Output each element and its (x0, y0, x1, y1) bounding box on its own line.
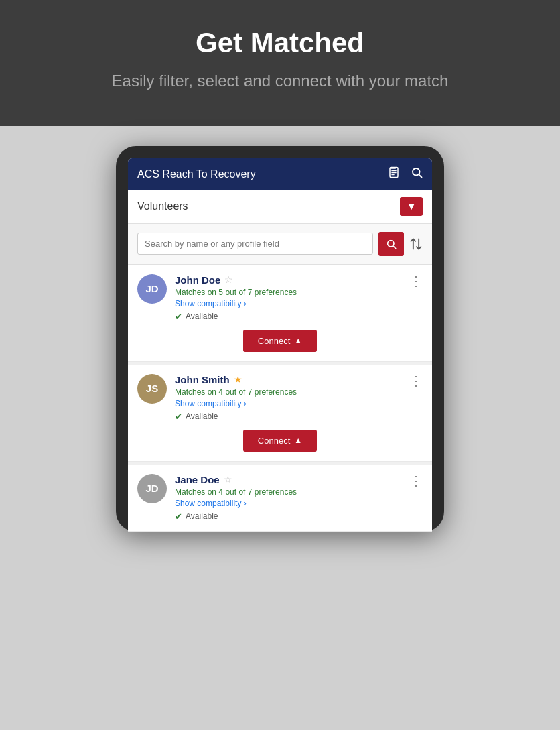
connect-arrow-icon: ▲ (294, 336, 302, 345)
device-wrapper: ACS Reach To Recovery (0, 126, 560, 532)
available-icon: ✔ (175, 412, 182, 422)
hero-section: Get Matched Easily filter, select and co… (0, 0, 560, 126)
available-text: Available (186, 312, 218, 321)
volunteer-card: JD John Doe ☆ Matches on 5 out of 7 pref… (128, 265, 432, 362)
sort-icon (409, 237, 423, 251)
available-icon: ✔ (175, 312, 182, 322)
card-info: John Smith ★ Matches on 4 out of 7 prefe… (175, 374, 297, 422)
avatar: JD (137, 474, 167, 503)
star-icon[interactable]: ☆ (224, 474, 232, 485)
connect-row: Connect ▲ (137, 422, 423, 461)
star-icon[interactable]: ☆ (224, 274, 233, 285)
volunteer-card: JS John Smith ★ Matches on 4 out of 7 pr… (128, 365, 432, 462)
volunteers-bar: Volunteers ▼ (128, 190, 432, 224)
matches-text: Matches on 4 out of 7 preferences (175, 487, 297, 497)
card-left: JD John Doe ☆ Matches on 5 out of 7 pref… (137, 274, 297, 322)
volunteer-name: John Doe (175, 274, 220, 286)
app-bar: ACS Reach To Recovery (128, 158, 432, 190)
svg-rect-2 (391, 170, 397, 171)
volunteer-name: Jane Doe (175, 474, 220, 485)
matches-text: Matches on 4 out of 7 preferences (175, 387, 297, 397)
available-text: Available (186, 412, 218, 421)
device-frame: ACS Reach To Recovery (116, 146, 444, 532)
sort-button[interactable] (409, 237, 423, 251)
search-button-icon (386, 239, 397, 249)
connect-arrow-icon: ▲ (294, 436, 302, 445)
matches-text: Matches on 5 out of 7 preferences (175, 288, 297, 297)
connect-button[interactable]: Connect ▲ (243, 330, 317, 352)
available-icon: ✔ (175, 511, 182, 522)
svg-rect-3 (391, 172, 397, 173)
card-info: Jane Doe ☆ Matches on 4 out of 7 prefere… (175, 474, 297, 522)
card-left: JD Jane Doe ☆ Matches on 4 out of 7 pref… (137, 474, 297, 522)
star-icon[interactable]: ★ (234, 374, 242, 385)
volunteer-card: JD Jane Doe ☆ Matches on 4 out of 7 pref… (128, 465, 432, 532)
card-top: JD Jane Doe ☆ Matches on 4 out of 7 pref… (137, 474, 423, 522)
connect-button[interactable]: Connect ▲ (243, 430, 317, 452)
app-bar-icons (388, 166, 423, 182)
more-options-icon[interactable]: ⋮ (409, 274, 423, 288)
svg-line-8 (393, 246, 396, 249)
available-text: Available (186, 511, 218, 521)
filter-dropdown-button[interactable]: ▼ (400, 197, 423, 216)
connect-row: Connect ▲ (137, 322, 423, 361)
volunteer-name: John Smith (175, 374, 230, 385)
card-top: JS John Smith ★ Matches on 4 out of 7 pr… (137, 374, 423, 422)
hero-title: Get Matched (13, 27, 547, 59)
app-screen: ACS Reach To Recovery (128, 158, 432, 532)
compatibility-link[interactable]: Show compatibility › (175, 299, 297, 308)
name-row: John Smith ★ (175, 374, 297, 385)
svg-rect-4 (391, 174, 395, 175)
search-button[interactable] (378, 232, 404, 256)
search-icon[interactable] (411, 166, 423, 182)
name-row: John Doe ☆ (175, 274, 297, 286)
volunteers-label: Volunteers (137, 200, 188, 212)
compatibility-link[interactable]: Show compatibility › (175, 499, 297, 508)
search-bar (128, 224, 432, 265)
card-info: John Doe ☆ Matches on 5 out of 7 prefere… (175, 274, 297, 322)
svg-line-6 (419, 174, 421, 177)
avatar: JS (137, 374, 167, 404)
card-left: JS John Smith ★ Matches on 4 out of 7 pr… (137, 374, 297, 422)
available-row: ✔ Available (175, 511, 297, 522)
more-options-icon[interactable]: ⋮ (409, 474, 423, 487)
app-bar-title: ACS Reach To Recovery (137, 168, 256, 180)
name-row: Jane Doe ☆ (175, 474, 297, 485)
document-icon[interactable] (388, 166, 400, 182)
available-row: ✔ Available (175, 312, 297, 322)
card-top: JD John Doe ☆ Matches on 5 out of 7 pref… (137, 274, 423, 322)
compatibility-link[interactable]: Show compatibility › (175, 399, 297, 408)
dropdown-arrow-icon: ▼ (407, 201, 416, 212)
available-row: ✔ Available (175, 412, 297, 422)
avatar: JD (137, 274, 167, 304)
more-options-icon[interactable]: ⋮ (409, 374, 423, 387)
hero-subtitle: Easily filter, select and connect with y… (13, 70, 547, 93)
search-input[interactable] (137, 233, 373, 255)
